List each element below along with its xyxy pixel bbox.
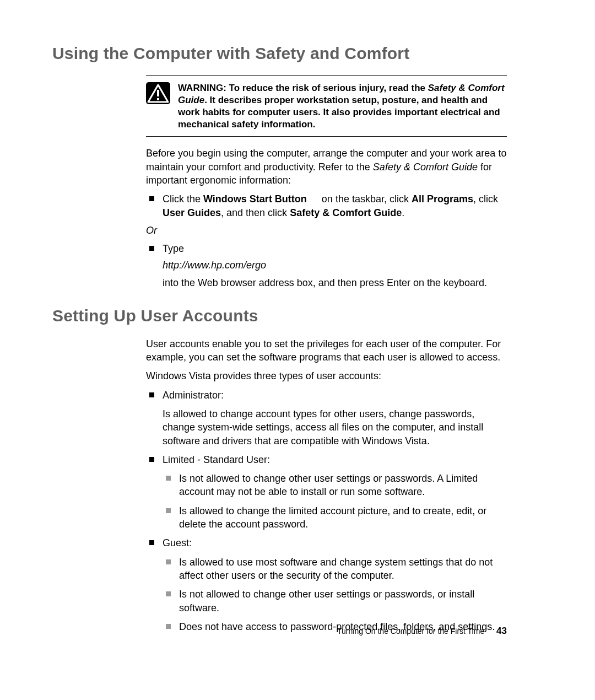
svg-rect-3 xyxy=(157,98,159,100)
b1-t4: , and then click xyxy=(221,207,290,218)
ergo-url: http://www.hp.com/ergo xyxy=(163,259,507,272)
account-types-list: Administrator: Is allowed to change acco… xyxy=(146,389,507,633)
section2-body: User accounts enable you to set the priv… xyxy=(146,337,507,633)
account-administrator: Administrator: Is allowed to change acco… xyxy=(146,389,507,448)
b1-b2: All Programs xyxy=(412,193,473,204)
admin-desc: Is allowed to change account types for o… xyxy=(163,407,507,448)
type-after: into the Web browser address box, and th… xyxy=(163,276,507,289)
section1-bullets: Click the Windows Start Button on the ta… xyxy=(146,192,507,219)
heading-safety-comfort: Using the Computer with Safety and Comfo… xyxy=(52,44,507,63)
b1-t2: on the taskbar, click xyxy=(319,193,412,204)
accounts-intro-1: User accounts enable you to set the priv… xyxy=(146,337,507,364)
account-guest: Guest: Is allowed to use most software a… xyxy=(146,536,507,633)
guest-sub-1: Is allowed to use most software and chan… xyxy=(163,556,507,583)
warning-suffix: . It describes proper workstation setup,… xyxy=(178,95,500,130)
accounts-intro-2: Windows Vista provides three types of us… xyxy=(146,369,507,383)
b1-t3: , click xyxy=(473,193,498,204)
warning-prefix: WARNING: To reduce the risk of serious i… xyxy=(178,83,428,93)
warning-callout: WARNING: To reduce the risk of serious i… xyxy=(146,75,507,137)
limited-sub-2: Is allowed to change the limited account… xyxy=(163,504,507,531)
guest-sub-2: Is not allowed to change other user sett… xyxy=(163,588,507,615)
footer-chapter: Turning On the Computer for the First Ti… xyxy=(337,627,484,636)
guest-title: Guest: xyxy=(163,536,507,550)
b1-t5: . xyxy=(402,207,404,218)
bullet-type-url: Type http://www.hp.com/ergo into the Web… xyxy=(146,242,507,290)
warning-text: WARNING: To reduce the risk of serious i… xyxy=(178,82,507,131)
svg-rect-2 xyxy=(157,90,159,96)
type-label: Type xyxy=(163,242,507,255)
limited-sublist: Is not allowed to change other user sett… xyxy=(163,472,507,531)
intro-guide-ref: Safety & Comfort Guide xyxy=(373,161,478,173)
guest-sublist: Is allowed to use most software and chan… xyxy=(163,556,507,633)
section1-bullets-2: Type http://www.hp.com/ergo into the Web… xyxy=(146,242,507,290)
section1-body: WARNING: To reduce the risk of serious i… xyxy=(146,75,507,290)
limited-title: Limited - Standard User: xyxy=(163,453,507,466)
limited-sub-1: Is not allowed to change other user sett… xyxy=(163,472,507,499)
b1-b3: User Guides xyxy=(163,207,221,218)
page-content: Using the Computer with Safety and Comfo… xyxy=(52,44,507,639)
or-separator: Or xyxy=(146,225,507,236)
b1-b1: Windows Start Button xyxy=(203,193,307,204)
b1-t1: Click the xyxy=(163,193,203,204)
page-footer: Turning On the Computer for the First Ti… xyxy=(337,626,507,637)
heading-user-accounts: Setting Up User Accounts xyxy=(52,306,507,325)
warning-icon xyxy=(146,82,170,104)
admin-title: Administrator: xyxy=(163,389,507,402)
page-number: 43 xyxy=(496,626,507,636)
intro-paragraph: Before you begin using the computer, arr… xyxy=(146,147,507,187)
b1-b4: Safety & Comfort Guide xyxy=(290,207,402,218)
document-page: Using the Computer with Safety and Comfo… xyxy=(0,0,595,700)
bullet-start-menu-path: Click the Windows Start Button on the ta… xyxy=(146,192,507,219)
account-limited: Limited - Standard User: Is not allowed … xyxy=(146,453,507,531)
